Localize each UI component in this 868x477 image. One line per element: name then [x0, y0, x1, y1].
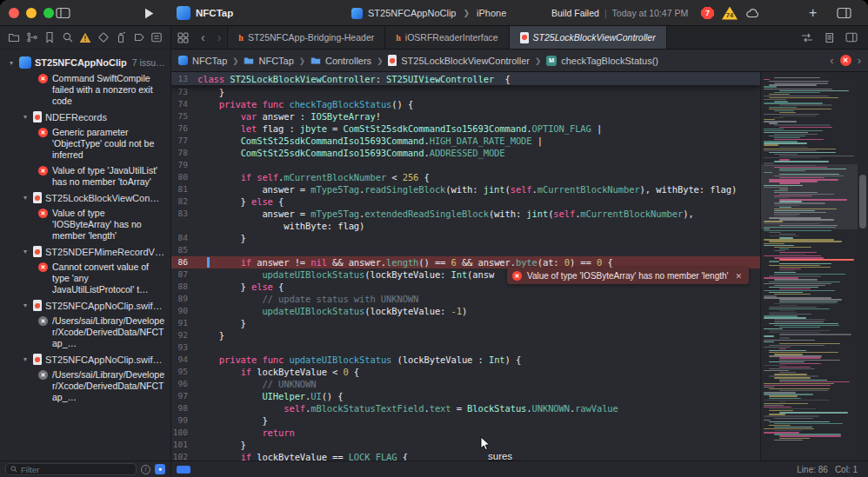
line-number[interactable]: 75 — [171, 110, 197, 123]
code-line-82[interactable]: 82 } else { — [171, 195, 760, 208]
run-button[interactable] — [144, 0, 154, 26]
tab-ios-rf-reader-interface[interactable]: h iOSRFReaderInterface — [385, 26, 509, 49]
code-line-94[interactable]: 94 private func updateUIBlockStatus (loc… — [171, 354, 760, 366]
bookmarks-navigator-icon[interactable] — [43, 31, 56, 43]
test-navigator-icon[interactable] — [97, 31, 110, 43]
related-items-icon[interactable] — [171, 26, 195, 49]
next-issue-icon[interactable]: › — [858, 54, 861, 67]
show-latest-build-toggle[interactable]: ● — [155, 464, 165, 474]
warning-count-badge[interactable]: 74 — [722, 7, 738, 20]
issue-navigator-icon-selected[interactable] — [79, 32, 91, 43]
issue-group-file[interactable]: ▾ST25NDEFMimeRecordV… — [0, 244, 170, 260]
disclosure-icon[interactable]: ▾ — [21, 301, 30, 309]
line-number[interactable]: 81 — [171, 183, 197, 195]
scheme-selector[interactable]: ST25NFCAppNoClip ❯ iPhone — [351, 0, 506, 26]
scheme-name[interactable]: ST25NFCAppNoClip — [368, 8, 456, 18]
line-number[interactable]: 92 — [171, 329, 197, 341]
line-number[interactable]: 80 — [171, 171, 197, 183]
line-number[interactable] — [171, 220, 197, 232]
line-number[interactable]: 95 — [171, 366, 197, 378]
issue-item[interactable]: ✕/Users/sai/Library/Developer/Xcode/Deri… — [0, 314, 170, 352]
breadcrumb-project[interactable]: NFCTap — [192, 56, 227, 66]
error-count-badge[interactable]: 7 — [701, 7, 714, 19]
line-number[interactable]: 82 — [171, 195, 197, 208]
code-line-90[interactable]: 90 updateUIBlockStatus(lockByteValue: -1… — [171, 305, 760, 317]
code-line-100[interactable]: 100 return — [171, 427, 760, 439]
sticky-declaration[interactable]: 13 class ST25LockBlockViewController: ST… — [171, 72, 760, 85]
code-line-81[interactable]: 81 answer = mType5Tag.readSingleBlock(wi… — [171, 183, 760, 195]
breadcrumb-file[interactable]: ST25LockBlockViewController — [401, 56, 530, 66]
issue-item[interactable]: ✕Value of type 'IOSByteArray' has no mem… — [0, 206, 170, 244]
source-control-icon[interactable] — [26, 31, 38, 43]
line-number[interactable]: 89 — [171, 293, 197, 305]
inspector-toggle-icon[interactable] — [837, 0, 851, 26]
issue-item[interactable]: ✕Generic parameter 'ObjectType' could no… — [0, 125, 170, 163]
minimap[interactable] — [760, 72, 858, 460]
line-number[interactable]: 77 — [171, 135, 197, 147]
line-number[interactable]: 73 — [171, 86, 197, 98]
add-editor-icon[interactable] — [845, 32, 858, 43]
code-line-91[interactable]: 91 } — [171, 317, 760, 329]
zoom-window-button[interactable] — [43, 8, 54, 18]
code-line-wrap[interactable]: withByte: flag) — [171, 220, 760, 232]
line-number[interactable]: 102 — [171, 451, 197, 460]
line-number[interactable]: 74 — [171, 98, 197, 110]
line-number[interactable]: 85 — [171, 244, 197, 256]
code-line-102[interactable]: 102 if lockByteValue == LOCK_FLAG { — [171, 451, 760, 460]
line-number[interactable]: 101 — [171, 439, 197, 451]
issue-item[interactable]: ✕Cannot convert value of type 'any JavaU… — [0, 260, 170, 298]
issue-indicator-icon[interactable]: ✕ — [840, 55, 851, 66]
scrollbar-thumb[interactable] — [859, 175, 866, 229]
line-number[interactable]: 96 — [171, 378, 197, 390]
issue-item[interactable]: ✕/Users/sai/Library/Developer/Xcode/Deri… — [0, 368, 170, 406]
code-line-86[interactable]: 86 if answer != nil && answer.length() =… — [171, 256, 760, 268]
code-line-93[interactable]: 93 — [171, 341, 760, 354]
show-errors-only-toggle[interactable]: ! — [141, 465, 150, 474]
filter-input[interactable]: Filter — [5, 463, 137, 475]
minimap-viewport[interactable] — [761, 164, 858, 229]
issue-group-file[interactable]: ▾ST25LockBlockViewCon… — [0, 190, 170, 206]
code-line-95[interactable]: 95 if lockByteValue < 0 { — [171, 366, 760, 378]
line-number[interactable]: 91 — [171, 317, 197, 329]
project-navigator-icon[interactable] — [8, 31, 20, 43]
line-number[interactable]: 76 — [171, 123, 197, 135]
code-line-76[interactable]: 76 let flag : jbyte = ComStSt25sdkComman… — [171, 123, 760, 135]
line-number[interactable]: 88 — [171, 281, 197, 293]
line-number[interactable]: 84 — [171, 232, 197, 244]
code-line-78[interactable]: 78 ComStSt25sdkCommandIso15693Command.AD… — [171, 147, 760, 159]
code-line-96[interactable]: 96 // UNKNOWN — [171, 378, 760, 390]
code-line-75[interactable]: 75 var answer : IOSByteArray! — [171, 110, 760, 123]
breakpoint-navigator-icon[interactable] — [133, 31, 145, 43]
line-number[interactable]: 94 — [171, 354, 197, 366]
issue-item[interactable]: ✕Value of type 'JavaUtilList' has no mem… — [0, 163, 170, 190]
minimap-toggle-icon[interactable] — [824, 32, 835, 43]
indicator-pill[interactable] — [177, 466, 190, 474]
issue-group-project[interactable]: ▾ST25NFCAppNoClip7 issu… — [0, 55, 170, 71]
issue-group-file[interactable]: ▾ST25NFCAppNoClip.swif… — [0, 352, 170, 368]
issue-item[interactable]: ✕Command SwiftCompile failed with a nonz… — [0, 71, 170, 109]
close-icon[interactable]: ✕ — [735, 272, 742, 281]
breadcrumb-folder[interactable]: Controllers — [325, 56, 371, 66]
disclosure-icon[interactable]: ▾ — [7, 59, 16, 67]
line-number[interactable]: 93 — [171, 341, 197, 354]
disclosure-icon[interactable]: ▾ — [21, 113, 30, 121]
line-number[interactable]: 86 — [171, 256, 197, 268]
close-window-button[interactable] — [9, 8, 19, 18]
debug-navigator-icon[interactable] — [115, 31, 127, 43]
disclosure-icon[interactable]: ▾ — [21, 355, 30, 363]
line-number[interactable]: 87 — [171, 268, 197, 281]
run-destination[interactable]: iPhone — [477, 8, 506, 18]
sidebar-toggle-icon[interactable] — [56, 0, 70, 26]
code-line-89[interactable]: 89 // update status with UNKNOWN — [171, 293, 760, 305]
disclosure-icon[interactable]: ▾ — [21, 248, 30, 255]
add-button[interactable]: + — [809, 0, 817, 26]
code-line-99[interactable]: 99 } — [171, 414, 760, 427]
disclosure-icon[interactable]: ▾ — [21, 194, 30, 202]
tab-bridging-header[interactable]: h ST25NFCApp-Bridging-Header — [227, 26, 385, 49]
line-number[interactable]: 100 — [171, 427, 197, 439]
line-number[interactable]: 79 — [171, 159, 197, 171]
source-editor[interactable]: 13 class ST25LockBlockViewController: ST… — [171, 72, 760, 460]
previous-issue-icon[interactable]: ‹ — [830, 54, 833, 67]
minimize-window-button[interactable] — [26, 8, 37, 18]
back-chevron-icon[interactable]: ‹ — [195, 26, 211, 49]
